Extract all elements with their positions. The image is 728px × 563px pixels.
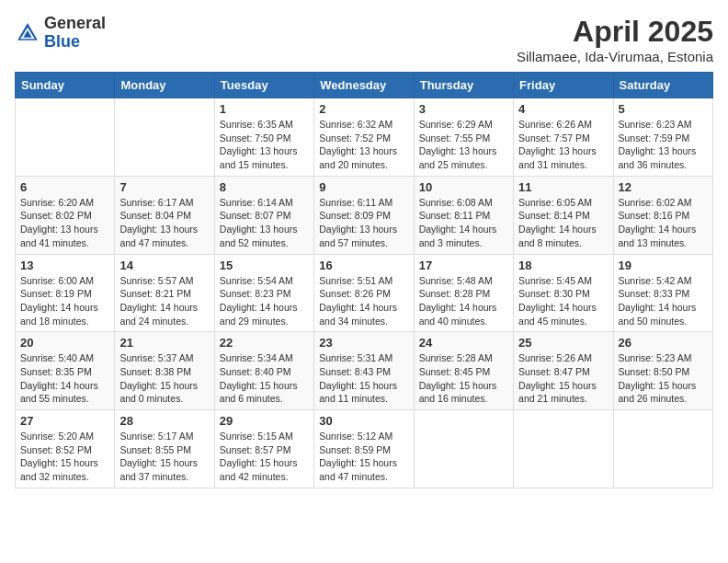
daylight-text: Daylight: 15 hours and 47 minutes. — [319, 457, 397, 482]
sunrise-text: Sunrise: 6:35 AM — [220, 119, 293, 130]
daylight-text: Daylight: 13 hours and 31 minutes. — [518, 145, 597, 170]
daylight-text: Daylight: 13 hours and 36 minutes. — [619, 145, 697, 170]
daylight-text: Daylight: 15 hours and 16 minutes. — [419, 380, 497, 405]
calendar-cell: 28Sunrise: 5:17 AMSunset: 8:55 PMDayligh… — [115, 410, 214, 488]
cell-info: Sunrise: 6:05 AMSunset: 8:14 PMDaylight:… — [518, 196, 608, 250]
calendar-week-row: 1Sunrise: 6:35 AMSunset: 7:50 PMDaylight… — [16, 98, 713, 177]
logo-text: General Blue — [44, 15, 106, 52]
calendar-week-row: 27Sunrise: 5:20 AMSunset: 8:52 PMDayligh… — [16, 410, 713, 488]
daylight-text: Daylight: 15 hours and 11 minutes. — [319, 380, 397, 405]
sunset-text: Sunset: 8:35 PM — [20, 366, 92, 377]
sunrise-text: Sunrise: 5:37 AM — [119, 352, 193, 363]
daylight-text: Daylight: 15 hours and 0 minutes. — [119, 380, 198, 405]
sunrise-text: Sunrise: 5:54 AM — [220, 275, 293, 286]
sunset-text: Sunset: 8:40 PM — [220, 366, 291, 377]
cell-info: Sunrise: 5:51 AMSunset: 8:26 PMDaylight:… — [319, 274, 408, 328]
daylight-text: Daylight: 13 hours and 57 minutes. — [319, 224, 397, 248]
sunrise-text: Sunrise: 5:26 AM — [518, 352, 592, 363]
cell-day-number: 25 — [518, 336, 608, 350]
sunrise-text: Sunrise: 5:28 AM — [419, 352, 493, 363]
cell-info: Sunrise: 5:34 AMSunset: 8:40 PMDaylight:… — [220, 351, 309, 406]
cell-day-number: 20 — [20, 336, 109, 350]
sunrise-text: Sunrise: 6:17 AM — [119, 197, 193, 208]
sunrise-text: Sunrise: 5:57 AM — [119, 275, 193, 286]
calendar-cell — [115, 98, 214, 177]
cell-info: Sunrise: 5:54 AMSunset: 8:23 PMDaylight:… — [220, 274, 309, 328]
sunset-text: Sunset: 8:55 PM — [119, 444, 191, 455]
calendar-cell: 15Sunrise: 5:54 AMSunset: 8:23 PMDayligh… — [214, 254, 313, 332]
sunrise-text: Sunrise: 6:26 AM — [518, 119, 592, 130]
daylight-text: Daylight: 14 hours and 24 minutes. — [119, 302, 198, 327]
sunset-text: Sunset: 8:09 PM — [319, 210, 391, 221]
calendar-header-row: SundayMondayTuesdayWednesdayThursdayFrid… — [16, 73, 713, 98]
sunrise-text: Sunrise: 5:20 AM — [20, 431, 94, 442]
sunset-text: Sunset: 7:59 PM — [619, 132, 690, 144]
logo-icon — [15, 20, 40, 46]
cell-info: Sunrise: 6:17 AMSunset: 8:04 PMDaylight:… — [119, 196, 209, 250]
calendar-week-row: 20Sunrise: 5:40 AMSunset: 8:35 PMDayligh… — [16, 332, 713, 410]
cell-info: Sunrise: 6:32 AMSunset: 7:52 PMDaylight:… — [319, 118, 408, 172]
cell-day-number: 18 — [518, 259, 608, 272]
calendar-cell: 14Sunrise: 5:57 AMSunset: 8:21 PMDayligh… — [115, 254, 214, 332]
sunrise-text: Sunrise: 5:12 AM — [319, 431, 392, 442]
calendar-cell: 8Sunrise: 6:14 AMSunset: 8:07 PMDaylight… — [214, 176, 313, 254]
calendar-cell: 16Sunrise: 5:51 AMSunset: 8:26 PMDayligh… — [314, 254, 414, 332]
sunset-text: Sunset: 8:45 PM — [419, 366, 491, 377]
sunset-text: Sunset: 8:11 PM — [419, 210, 491, 221]
calendar-cell: 30Sunrise: 5:12 AMSunset: 8:59 PMDayligh… — [314, 410, 414, 488]
calendar-week-row: 6Sunrise: 6:20 AMSunset: 8:02 PMDaylight… — [16, 176, 713, 254]
cell-info: Sunrise: 6:00 AMSunset: 8:19 PMDaylight:… — [20, 274, 109, 328]
calendar-cell: 6Sunrise: 6:20 AMSunset: 8:02 PMDaylight… — [16, 176, 115, 254]
sunrise-text: Sunrise: 6:14 AM — [220, 197, 293, 208]
calendar-cell: 1Sunrise: 6:35 AMSunset: 7:50 PMDaylight… — [214, 98, 313, 177]
calendar-cell — [414, 410, 513, 488]
cell-info: Sunrise: 5:48 AMSunset: 8:28 PMDaylight:… — [419, 274, 508, 328]
calendar-cell: 13Sunrise: 6:00 AMSunset: 8:19 PMDayligh… — [16, 254, 115, 332]
calendar-cell: 25Sunrise: 5:26 AMSunset: 8:47 PMDayligh… — [514, 332, 613, 410]
sunrise-text: Sunrise: 6:05 AM — [518, 197, 592, 208]
sunrise-text: Sunrise: 6:08 AM — [419, 197, 493, 208]
sunrise-text: Sunrise: 6:29 AM — [419, 119, 493, 130]
sunset-text: Sunset: 8:28 PM — [419, 288, 491, 299]
cell-info: Sunrise: 6:26 AMSunset: 7:57 PMDaylight:… — [518, 118, 608, 172]
daylight-text: Daylight: 15 hours and 21 minutes. — [518, 380, 597, 405]
daylight-text: Daylight: 14 hours and 3 minutes. — [419, 224, 497, 248]
cell-info: Sunrise: 6:08 AMSunset: 8:11 PMDaylight:… — [419, 196, 508, 250]
cell-day-number: 3 — [419, 102, 508, 116]
calendar-cell: 5Sunrise: 6:23 AMSunset: 7:59 PMDaylight… — [613, 98, 712, 177]
cell-day-number: 13 — [20, 259, 109, 272]
daylight-text: Daylight: 13 hours and 52 minutes. — [220, 224, 298, 248]
sunrise-text: Sunrise: 5:31 AM — [319, 352, 392, 363]
cell-info: Sunrise: 6:20 AMSunset: 8:02 PMDaylight:… — [20, 196, 109, 250]
sunrise-text: Sunrise: 6:20 AM — [20, 197, 94, 208]
daylight-text: Daylight: 14 hours and 45 minutes. — [518, 302, 597, 327]
daylight-text: Daylight: 15 hours and 37 minutes. — [119, 457, 198, 482]
header-thursday: Thursday — [414, 73, 513, 98]
daylight-text: Daylight: 14 hours and 34 minutes. — [319, 302, 397, 327]
cell-info: Sunrise: 6:14 AMSunset: 8:07 PMDaylight:… — [220, 196, 309, 250]
calendar-cell: 12Sunrise: 6:02 AMSunset: 8:16 PMDayligh… — [613, 176, 712, 254]
calendar-week-row: 13Sunrise: 6:00 AMSunset: 8:19 PMDayligh… — [16, 254, 713, 332]
sunrise-text: Sunrise: 5:40 AM — [20, 352, 94, 363]
cell-day-number: 7 — [119, 180, 209, 194]
daylight-text: Daylight: 13 hours and 41 minutes. — [20, 224, 98, 248]
calendar-table: SundayMondayTuesdayWednesdayThursdayFrid… — [15, 72, 713, 488]
cell-day-number: 24 — [419, 336, 508, 350]
daylight-text: Daylight: 15 hours and 6 minutes. — [220, 380, 298, 405]
sunrise-text: Sunrise: 6:11 AM — [319, 197, 392, 208]
calendar-cell: 18Sunrise: 5:45 AMSunset: 8:30 PMDayligh… — [514, 254, 613, 332]
daylight-text: Daylight: 15 hours and 32 minutes. — [20, 457, 98, 482]
sunset-text: Sunset: 8:02 PM — [20, 210, 92, 221]
calendar-cell: 7Sunrise: 6:17 AMSunset: 8:04 PMDaylight… — [115, 176, 214, 254]
cell-day-number: 5 — [619, 102, 708, 116]
cell-day-number: 23 — [319, 336, 408, 350]
cell-day-number: 17 — [419, 259, 508, 272]
calendar-cell: 19Sunrise: 5:42 AMSunset: 8:33 PMDayligh… — [613, 254, 712, 332]
calendar-cell: 22Sunrise: 5:34 AMSunset: 8:40 PMDayligh… — [214, 332, 313, 410]
cell-info: Sunrise: 6:29 AMSunset: 7:55 PMDaylight:… — [419, 118, 508, 172]
calendar-cell: 23Sunrise: 5:31 AMSunset: 8:43 PMDayligh… — [314, 332, 414, 410]
sunset-text: Sunset: 8:57 PM — [220, 444, 291, 455]
header-monday: Monday — [115, 73, 214, 98]
sunset-text: Sunset: 7:57 PM — [518, 132, 590, 144]
cell-day-number: 22 — [220, 336, 309, 350]
